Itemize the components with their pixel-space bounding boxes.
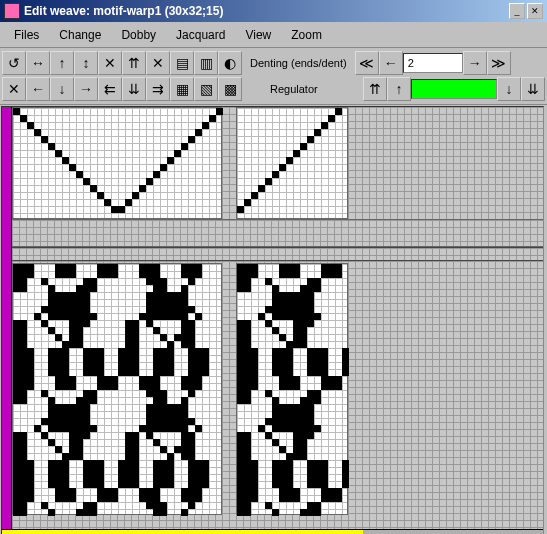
menu-zoom[interactable]: Zoom (283, 25, 330, 45)
double-up-icon[interactable]: ⇈ (122, 51, 146, 75)
titlebar: Edit weave: motif-warp1 (30x32;15) _ ✕ (0, 0, 547, 22)
drawdown-right-panel[interactable] (236, 263, 348, 515)
ruler-left (2, 107, 12, 534)
workspace (1, 106, 544, 534)
up-icon[interactable]: ↑ (50, 51, 74, 75)
app-icon (4, 3, 20, 19)
rotate-left-icon[interactable]: ↺ (2, 51, 26, 75)
menubar: Files Change Dobby Jacquard View Zoom (0, 22, 547, 48)
denting-label: Denting (ends/dent) (242, 57, 355, 69)
menu-change[interactable]: Change (51, 25, 109, 45)
pattern2-icon[interactable]: ▧ (194, 77, 218, 101)
right-icon[interactable]: → (74, 77, 98, 101)
regulator-down-icon[interactable]: ↓ (497, 77, 521, 101)
denting-input[interactable] (403, 53, 463, 73)
toolbar: ↺ ↔ ↑ ↕ ✕ ⇈ ✕ ▤ ▥ ◐ Denting (ends/dent) … (0, 48, 547, 105)
tieup-panel[interactable] (236, 107, 348, 219)
separator-band (12, 247, 543, 261)
halfcircle-icon[interactable]: ◐ (218, 51, 242, 75)
stairs1-icon[interactable]: ▤ (170, 51, 194, 75)
denting-prev-icon[interactable]: ← (379, 51, 403, 75)
noise-icon[interactable]: ▩ (218, 77, 242, 101)
regulator-input[interactable] (411, 79, 497, 99)
divider-horizontal (12, 219, 543, 247)
double-right-icon[interactable]: ⇉ (146, 77, 170, 101)
stairs2-icon[interactable]: ▥ (194, 51, 218, 75)
menu-jacquard[interactable]: Jacquard (168, 25, 233, 45)
flip-h-icon[interactable]: ↔ (26, 51, 50, 75)
denting-first-icon[interactable]: ≪ (355, 51, 379, 75)
regulator-label: Regulator (242, 83, 326, 95)
regulator-first-icon[interactable]: ⇈ (363, 77, 387, 101)
threading-panel[interactable] (12, 107, 222, 219)
down-icon[interactable]: ↓ (50, 77, 74, 101)
menu-files[interactable]: Files (6, 25, 47, 45)
drawdown-left-panel[interactable] (12, 263, 222, 515)
double-left-icon[interactable]: ⇇ (98, 77, 122, 101)
window-title: Edit weave: motif-warp1 (30x32;15) (24, 4, 509, 18)
mirror-icon[interactable]: ✕ (98, 51, 122, 75)
grid-area[interactable] (12, 107, 543, 529)
menu-view[interactable]: View (237, 25, 279, 45)
cross-icon[interactable]: ✕ (146, 51, 170, 75)
close-button[interactable]: ✕ (527, 3, 543, 19)
minimize-button[interactable]: _ (509, 3, 525, 19)
left-icon[interactable]: ← (26, 77, 50, 101)
pattern1-icon[interactable]: ▦ (170, 77, 194, 101)
menu-dobby[interactable]: Dobby (113, 25, 164, 45)
cancel-icon[interactable]: ✕ (2, 77, 26, 101)
regulator-last-icon[interactable]: ⇊ (521, 77, 545, 101)
denting-next-icon[interactable]: → (463, 51, 487, 75)
regulator-up-icon[interactable]: ↑ (387, 77, 411, 101)
double-down-icon[interactable]: ⇊ (122, 77, 146, 101)
flip-v-icon[interactable]: ↕ (74, 51, 98, 75)
denting-last-icon[interactable]: ≫ (487, 51, 511, 75)
ruler-bottom (2, 529, 543, 534)
